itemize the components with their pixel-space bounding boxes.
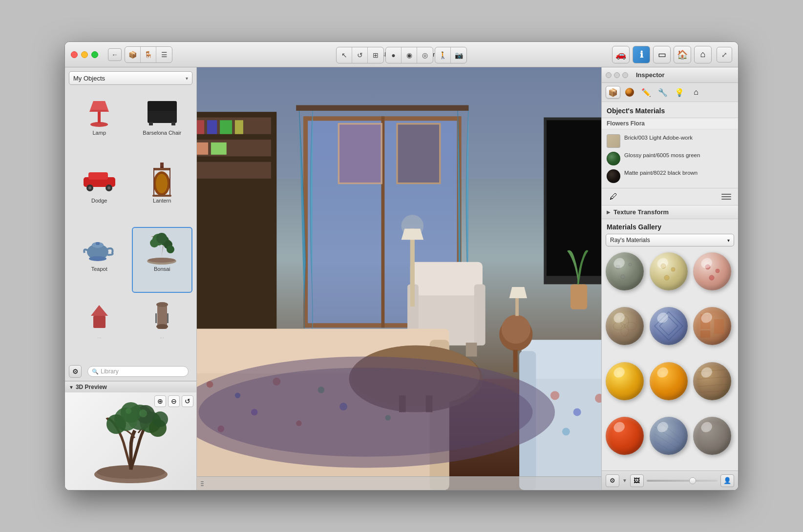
fullscreen-btn[interactable]: ⤢: [717, 47, 732, 62]
svg-line-145: [698, 384, 727, 387]
insp-tab-material-ball[interactable]: [622, 86, 637, 99]
view-mode-2-btn[interactable]: ◉: [402, 47, 417, 63]
car-icon-btn[interactable]: 🚗: [612, 46, 630, 63]
rotate-tool-btn[interactable]: ↺: [352, 47, 368, 63]
material-sphere-1[interactable]: [606, 252, 644, 290]
eyedropper-btn[interactable]: 🖊: [607, 190, 620, 203]
maximize-button[interactable]: [91, 51, 98, 58]
flowers-flora-header: Flowers Flora: [602, 118, 738, 129]
bonsai-thumb: [143, 231, 182, 265]
material-sphere-6[interactable]: [693, 307, 731, 345]
search-icon: 🔍: [92, 368, 99, 375]
insp-tab-house[interactable]: ⌂: [689, 86, 703, 99]
texture-transform-arrow: ▶: [607, 209, 611, 215]
insp-tab-edit[interactable]: ✏️: [639, 86, 654, 99]
svg-rect-60: [197, 120, 204, 134]
select-tool-btn[interactable]: ↖: [337, 47, 352, 63]
object-item-dodge[interactable]: Dodge: [69, 159, 130, 225]
dodge-label: Dodge: [91, 198, 107, 204]
object-item-extra1[interactable]: ...: [69, 295, 130, 360]
search-bar[interactable]: 🔍 Library: [87, 366, 189, 377]
matte-swatch: [607, 169, 620, 183]
svg-point-130: [661, 264, 666, 268]
slider-thumb[interactable]: [689, 477, 696, 484]
svg-rect-15: [160, 166, 164, 168]
svg-rect-65: [197, 143, 208, 155]
object-item-lamp[interactable]: Lamp: [69, 91, 130, 157]
objects-dropdown[interactable]: My Objects ▾: [69, 71, 192, 85]
material-sphere-3[interactable]: [693, 252, 731, 290]
minimize-button[interactable]: [81, 51, 88, 58]
back-button[interactable]: ←: [108, 48, 122, 61]
inspector-thumbnail-btn[interactable]: 🖼: [630, 474, 644, 487]
object-item-chair[interactable]: Barselona Chair: [132, 91, 193, 157]
chair-view-btn[interactable]: 🪑: [141, 47, 156, 62]
materials-menu-btn[interactable]: [719, 190, 733, 203]
insp-minimize-btn[interactable]: [614, 72, 620, 78]
list-view-btn[interactable]: ☰: [156, 47, 172, 62]
photo-btn[interactable]: 📷: [451, 47, 466, 63]
insp-maximize-btn[interactable]: [622, 72, 628, 78]
svg-point-153: [709, 437, 712, 440]
svg-point-135: [709, 275, 714, 280]
lantern-label: Lantern: [153, 198, 171, 204]
insp-tab-objects[interactable]: 📦: [606, 86, 620, 99]
insp-tab-properties[interactable]: 🔧: [655, 86, 670, 99]
material-sphere-11[interactable]: [650, 417, 688, 455]
object-item-bonsai[interactable]: Bonsai: [132, 227, 193, 293]
walk-btn[interactable]: 🚶: [435, 47, 451, 63]
material-sphere-5[interactable]: [650, 307, 688, 345]
gallery-dropdown[interactable]: Ray's Materials ▾: [606, 234, 734, 246]
gallery-dropdown-arrow: ▾: [727, 238, 730, 243]
view-mode-1-btn[interactable]: ●: [386, 47, 402, 63]
svg-point-33: [167, 246, 174, 253]
view-mode-3-btn[interactable]: ◎: [417, 47, 433, 63]
preview-section: ▼ 3D Preview ⊕ ⊖ ↺: [65, 381, 196, 490]
inspector-settings-btn[interactable]: ⚙: [606, 474, 619, 487]
objects-view-btn[interactable]: 📦: [125, 47, 141, 62]
object-item-teapot[interactable]: Teapot: [69, 227, 130, 293]
material-item-matte[interactable]: Matte paint/8022 black brown: [602, 167, 738, 185]
material-sphere-10[interactable]: [606, 417, 644, 455]
material-sphere-9[interactable]: [693, 362, 731, 400]
toolbar-left: ← 📦 🪑 ☰: [108, 46, 172, 63]
svg-point-27: [148, 258, 175, 263]
matte-label: Matte paint/8022 black brown: [624, 169, 733, 177]
material-sphere-4[interactable]: [606, 307, 644, 345]
settings-btn[interactable]: ⚙: [69, 365, 82, 378]
insp-close-btn[interactable]: [606, 72, 612, 78]
bonsai-3d-preview: [82, 399, 180, 484]
exterior-btn[interactable]: ⌂: [694, 46, 712, 63]
inspector-size-slider[interactable]: [647, 480, 718, 482]
material-item-brick[interactable]: Brick/003 Light Adobe-work: [602, 132, 738, 150]
viewport-drag-handle[interactable]: [201, 479, 205, 489]
interior-btn[interactable]: 🏠: [674, 46, 691, 63]
object-item-lantern[interactable]: Lantern: [132, 159, 193, 225]
svg-rect-79: [339, 124, 380, 183]
texture-transform-section[interactable]: ▶ Texture Transform: [602, 205, 738, 219]
inspector-list-btn[interactable]: 👤: [720, 474, 734, 487]
zoom-in-btn[interactable]: ⊕: [154, 395, 166, 407]
svg-point-108: [562, 428, 570, 435]
object-item-extra2[interactable]: ...: [132, 295, 193, 360]
inspector-traffic-lights: [606, 72, 628, 78]
svg-marker-124: [402, 228, 424, 240]
info-btn[interactable]: ℹ: [633, 46, 650, 63]
viewport-bottom-bar: [197, 476, 601, 490]
material-sphere-8[interactable]: [650, 362, 688, 400]
lamp-label: Lamp: [92, 130, 106, 136]
move-tool-btn[interactable]: ⊞: [368, 47, 383, 63]
preview-header[interactable]: ▼ 3D Preview: [65, 381, 196, 392]
svg-point-133: [705, 265, 710, 269]
material-sphere-2[interactable]: [650, 252, 688, 290]
svg-point-105: [550, 391, 559, 400]
reset-view-btn[interactable]: ↺: [182, 395, 193, 407]
svg-line-150: [655, 441, 676, 455]
material-item-glossy[interactable]: Glossy paint/6005 moss green: [602, 150, 738, 167]
insp-tab-lighting[interactable]: 💡: [672, 86, 687, 99]
material-sphere-7[interactable]: [606, 362, 644, 400]
layout-btn[interactable]: ▭: [653, 46, 671, 63]
material-sphere-12[interactable]: [693, 417, 731, 455]
zoom-out-btn[interactable]: ⊖: [168, 395, 180, 407]
close-button[interactable]: [71, 51, 78, 58]
